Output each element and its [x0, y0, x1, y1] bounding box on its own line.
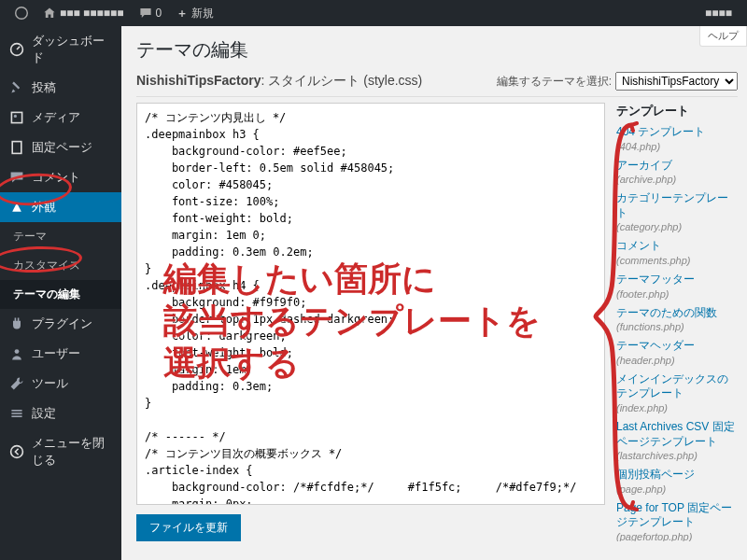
help-tab[interactable]: ヘルプ	[699, 26, 747, 47]
sidebar-item-settings[interactable]: 設定	[0, 399, 121, 428]
svg-rect-6	[11, 410, 21, 412]
admin-sidebar: ダッシュボード 投稿 メディア 固定ページ コメント 外観 テーマ カスタマイズ…	[0, 26, 121, 560]
sidebar-label: プラグイン	[32, 315, 92, 332]
sidebar-item-posts[interactable]: 投稿	[0, 73, 121, 103]
template-link[interactable]: コメント	[616, 239, 738, 254]
page-title: テーマの編集	[136, 37, 738, 63]
sidebar-item-plugins[interactable]: プラグイン	[0, 309, 121, 339]
svg-point-9	[11, 446, 23, 458]
template-list-heading: テンプレート	[616, 103, 738, 119]
sidebar-label: ダッシュボード	[32, 33, 112, 66]
theme-select-label: 編集するテーマを選択:	[497, 74, 612, 90]
sidebar-subitem-customize[interactable]: カスタマイズ	[0, 251, 121, 280]
template-link[interactable]: テーマヘッダー	[616, 339, 738, 354]
editor-subheader: NishishiTipsFactory: スタイルシート (style.css)…	[136, 72, 738, 97]
sidebar-label: コメント	[32, 169, 80, 186]
svg-point-0	[16, 7, 28, 20]
site-home-link[interactable]: ■■■ ■■■■■■	[35, 7, 132, 20]
sidebar-item-media[interactable]: メディア	[0, 103, 121, 133]
template-link[interactable]: 個別投稿ページ	[616, 468, 738, 483]
theme-name: NishishiTipsFactory	[136, 73, 261, 88]
template-link[interactable]: テーマフッター	[616, 273, 738, 287]
sidebar-subitem-themes[interactable]: テーマ	[0, 222, 121, 251]
template-link[interactable]: Last Archives CSV 固定ページテンプレート	[616, 420, 738, 449]
sidebar-label: カスタマイズ	[13, 258, 80, 273]
site-name-text: ■■■ ■■■■■■	[60, 7, 124, 20]
template-link[interactable]: カテゴリーテンプレート	[616, 191, 738, 220]
template-filename: (comments.php)	[616, 255, 738, 266]
template-list: テンプレート 404 テンプレート(404.php)アーカイブ(archive.…	[616, 103, 738, 541]
user-name: ■■■■	[705, 7, 732, 20]
template-filename: (archive.php)	[616, 174, 738, 185]
sidebar-label: 設定	[32, 405, 56, 422]
sidebar-label: 固定ページ	[32, 139, 92, 156]
file-name: スタイルシート (style.css)	[268, 73, 422, 88]
sidebar-item-pages[interactable]: 固定ページ	[0, 133, 121, 162]
sidebar-item-comments[interactable]: コメント	[0, 162, 121, 192]
svg-rect-2	[11, 112, 21, 122]
svg-rect-4	[12, 142, 21, 154]
sidebar-label: 投稿	[32, 79, 56, 96]
current-file-label: NishishiTipsFactory: スタイルシート (style.css)	[136, 73, 422, 90]
admin-toolbar: ■■■ ■■■■■■ 0 ＋新規 ■■■■	[0, 0, 747, 26]
sidebar-label: メディア	[32, 109, 80, 126]
sidebar-item-collapse[interactable]: メニューを閉じる	[0, 428, 121, 475]
main-content: テーマの編集 NishishiTipsFactory: スタイルシート (sty…	[121, 26, 747, 560]
template-filename: (404.php)	[616, 141, 738, 152]
template-link[interactable]: Page for TOP 固定ページテンプレート	[616, 501, 738, 530]
new-label: 新規	[191, 6, 214, 21]
template-link[interactable]: 404 テンプレート	[616, 125, 738, 140]
comments-link[interactable]: 0	[132, 7, 170, 20]
template-filename: (category.php)	[616, 221, 738, 232]
sidebar-subitem-theme-editor[interactable]: テーマの編集	[0, 280, 121, 309]
template-filename: (footer.php)	[616, 288, 738, 300]
sidebar-item-dashboard[interactable]: ダッシュボード	[0, 26, 121, 73]
template-link[interactable]: メインインデックスのテンプレート	[616, 372, 738, 401]
sidebar-item-appearance[interactable]: 外観	[0, 192, 121, 222]
template-link[interactable]: アーカイブ	[616, 159, 738, 174]
template-filename: (pagefortop.php)	[616, 531, 738, 541]
update-file-button[interactable]: ファイルを更新	[136, 514, 241, 541]
plus-icon: ＋	[176, 6, 188, 21]
template-filename: (lastarchives.php)	[616, 450, 738, 461]
wp-logo[interactable]	[7, 7, 35, 20]
comments-count: 0	[156, 7, 162, 20]
code-editor[interactable]	[136, 103, 605, 505]
theme-select[interactable]: NishishiTipsFactory	[615, 72, 738, 91]
template-filename: (page.php)	[616, 483, 738, 495]
svg-rect-8	[11, 415, 21, 417]
template-filename: (functions.php)	[616, 321, 738, 332]
sidebar-label: ツール	[32, 375, 68, 392]
template-link[interactable]: テーマのための関数	[616, 306, 738, 321]
sidebar-label: テーマ	[13, 229, 47, 245]
new-content-link[interactable]: ＋新規	[169, 6, 221, 21]
sidebar-label: メニューを閉じる	[32, 435, 112, 469]
svg-point-3	[14, 115, 17, 118]
svg-rect-7	[11, 413, 21, 414]
svg-point-5	[15, 349, 20, 354]
sidebar-label: テーマの編集	[13, 287, 80, 302]
theme-select-wrap: 編集するテーマを選択: NishishiTipsFactory	[497, 72, 738, 91]
sidebar-item-tools[interactable]: ツール	[0, 369, 121, 399]
sidebar-item-users[interactable]: ユーザー	[0, 339, 121, 369]
editor-column: ファイルを更新	[136, 103, 605, 541]
user-account-link[interactable]: ■■■■	[698, 7, 740, 20]
template-filename: (index.php)	[616, 402, 738, 413]
sidebar-label: ユーザー	[32, 345, 80, 362]
sidebar-label: 外観	[32, 199, 56, 216]
template-filename: (header.php)	[616, 355, 738, 366]
